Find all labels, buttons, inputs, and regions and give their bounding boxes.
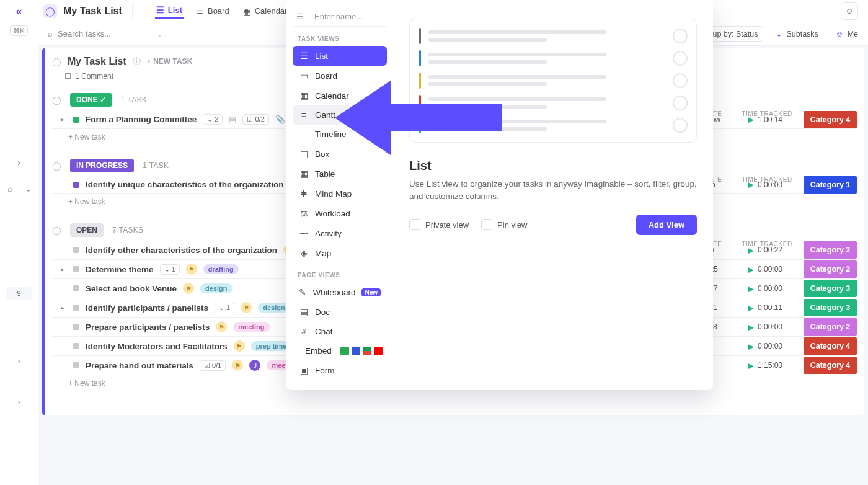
- time-tracked[interactable]: ▶0:00:00: [738, 342, 792, 351]
- view-option-map[interactable]: ◈Map: [293, 243, 387, 263]
- user-icon: ☺: [836, 30, 844, 38]
- task-tag[interactable]: meeting: [233, 322, 269, 332]
- play-icon: ▶: [748, 342, 754, 351]
- category-cell[interactable]: Category 2: [804, 241, 857, 259]
- chevron-right-icon[interactable]: ›: [10, 153, 29, 172]
- category-cell[interactable]: Category 4: [804, 111, 857, 128]
- category-cell[interactable]: Category 3: [804, 299, 857, 316]
- priority-icon[interactable]: ⚑: [186, 264, 197, 275]
- attach-icon[interactable]: 📎: [275, 115, 285, 124]
- status-square[interactable]: [73, 247, 79, 253]
- view-option-chat[interactable]: #Chat: [293, 322, 387, 341]
- task-tag[interactable]: drafting: [203, 264, 239, 274]
- view-option-gantt[interactable]: ≡Gantt↖: [293, 105, 387, 125]
- status-square[interactable]: [73, 266, 79, 272]
- category-cell[interactable]: Category 2: [804, 260, 857, 278]
- view-option-doc[interactable]: ▤Doc: [293, 302, 387, 322]
- me-filter[interactable]: ☺ Me: [831, 27, 863, 41]
- view-option-mind-map[interactable]: ✱Mind Map: [293, 184, 387, 203]
- time-tracked[interactable]: ▶0:00:22: [738, 246, 792, 255]
- time-tracked[interactable]: ▶0:00:00: [738, 265, 792, 274]
- category-cell[interactable]: Category 4: [804, 337, 857, 355]
- status-pill[interactable]: IN PROGRESS: [70, 159, 134, 172]
- priority-icon[interactable]: ⚑: [183, 283, 194, 294]
- subtasks-toggle[interactable]: ⌄ Subtasks: [771, 27, 823, 41]
- task-name: Identify Moderators and Facilitators: [86, 342, 228, 351]
- view-option-workload[interactable]: ⚖Workload: [293, 203, 387, 223]
- category-cell[interactable]: Category 3: [804, 280, 857, 297]
- task-tag[interactable]: design: [200, 283, 232, 293]
- automations-button[interactable]: ☺: [841, 2, 858, 20]
- expand-caret[interactable]: ▸: [61, 265, 67, 274]
- view-option-box[interactable]: ◫Box: [293, 144, 387, 164]
- view-option-label: Gantt: [315, 110, 335, 120]
- view-name-input[interactable]: ☰ Enter name...: [293, 6, 387, 27]
- category-cell[interactable]: Category 2: [804, 318, 857, 336]
- priority-icon[interactable]: ⚑: [234, 340, 245, 352]
- priority-icon[interactable]: ⚑: [232, 360, 243, 371]
- status-pill[interactable]: OPEN: [70, 223, 104, 237]
- category-cell[interactable]: Category 1: [804, 176, 857, 194]
- time-tracked[interactable]: ▶0:00:00: [738, 284, 792, 293]
- time-tracked[interactable]: ▶1:15:00: [738, 361, 792, 370]
- tab-board[interactable]: ▭ Board: [195, 4, 231, 19]
- tab-calendar[interactable]: ▦ Calendar: [242, 4, 289, 19]
- view-option-list[interactable]: ☰List: [293, 46, 387, 66]
- status-square[interactable]: [73, 343, 79, 349]
- tab-label: Calendar: [255, 6, 288, 16]
- priority-icon[interactable]: ⚑: [241, 302, 252, 313]
- time-tracked[interactable]: ▶0:00:00: [738, 323, 792, 332]
- task-tag[interactable]: prep time: [251, 341, 292, 351]
- view-option-whiteboard[interactable]: ✎WhiteboardNew: [293, 282, 387, 302]
- subtask-chip[interactable]: ⌄ 1: [160, 264, 180, 275]
- status-square[interactable]: [73, 285, 79, 291]
- collapse-sidebar-button[interactable]: «: [16, 5, 22, 18]
- view-option-table[interactable]: ▦Table: [293, 164, 387, 184]
- collapse-circle-icon[interactable]: ◯: [52, 161, 61, 171]
- category-cell[interactable]: Category 4: [804, 357, 857, 374]
- view-option-board[interactable]: ▭Board: [293, 66, 387, 86]
- chevron-right-icon[interactable]: ›: [10, 393, 29, 411]
- chevron-right-icon[interactable]: ›: [10, 352, 29, 370]
- collapse-circle-icon[interactable]: ◯: [52, 226, 61, 235]
- status-square[interactable]: [73, 182, 79, 188]
- status-pill[interactable]: DONE ✓: [70, 93, 112, 107]
- view-option-timeline[interactable]: —Timeline: [293, 125, 387, 144]
- collapse-circle-icon[interactable]: ◯: [52, 96, 61, 105]
- view-option-label: Doc: [315, 308, 330, 317]
- subtask-chip[interactable]: ⌄ 1: [215, 303, 234, 313]
- task-count-pill[interactable]: 9: [6, 287, 32, 300]
- time-tracked[interactable]: ▶0:00:00: [738, 180, 792, 189]
- view-option-embed[interactable]: Embed: [293, 341, 387, 360]
- add-view-button[interactable]: Add View: [636, 215, 697, 235]
- time-tracked[interactable]: ▶0:00:11: [738, 303, 792, 313]
- doc-icon[interactable]: ▤: [229, 115, 236, 124]
- checklist-chip[interactable]: ☑ 0/1: [200, 360, 226, 371]
- view-option-calendar[interactable]: ▦Calendar: [293, 86, 387, 105]
- time-tracked[interactable]: ▶1:00:14: [738, 115, 792, 124]
- status-square[interactable]: [73, 362, 79, 368]
- view-option-form[interactable]: ▣Form: [293, 360, 387, 380]
- status-square[interactable]: [73, 305, 79, 311]
- chevron-down-icon[interactable]: ⌄: [19, 179, 38, 198]
- subtask-chip[interactable]: ⌄ 2: [203, 114, 223, 125]
- search-tasks-input[interactable]: ⌕ Search tasks... ⌄: [43, 26, 167, 42]
- expand-caret[interactable]: ▸: [61, 115, 67, 123]
- new-task-button[interactable]: + NEW TASK: [147, 57, 192, 66]
- status-square[interactable]: [73, 324, 79, 330]
- status-square[interactable]: [73, 117, 79, 123]
- task-tag[interactable]: design: [258, 303, 290, 313]
- tab-list[interactable]: ☰ List: [155, 2, 184, 19]
- search-icon[interactable]: ⌕: [1, 179, 19, 198]
- assignee-avatar[interactable]: J: [249, 360, 260, 371]
- pin-view-checkbox[interactable]: Pin view: [481, 219, 527, 230]
- private-view-checkbox[interactable]: Private view: [409, 219, 469, 230]
- checklist-chip[interactable]: ☑ 0/2: [242, 114, 268, 125]
- view-option-activity[interactable]: ⁓Activity: [293, 223, 387, 243]
- priority-icon[interactable]: ⚑: [216, 321, 227, 332]
- calendar-icon: ▦: [299, 91, 309, 100]
- preview-title: List: [409, 159, 697, 173]
- view-option-label: Timeline: [315, 130, 347, 139]
- expand-caret[interactable]: ▸: [61, 304, 67, 312]
- view-option-label: Calendar: [315, 91, 349, 100]
